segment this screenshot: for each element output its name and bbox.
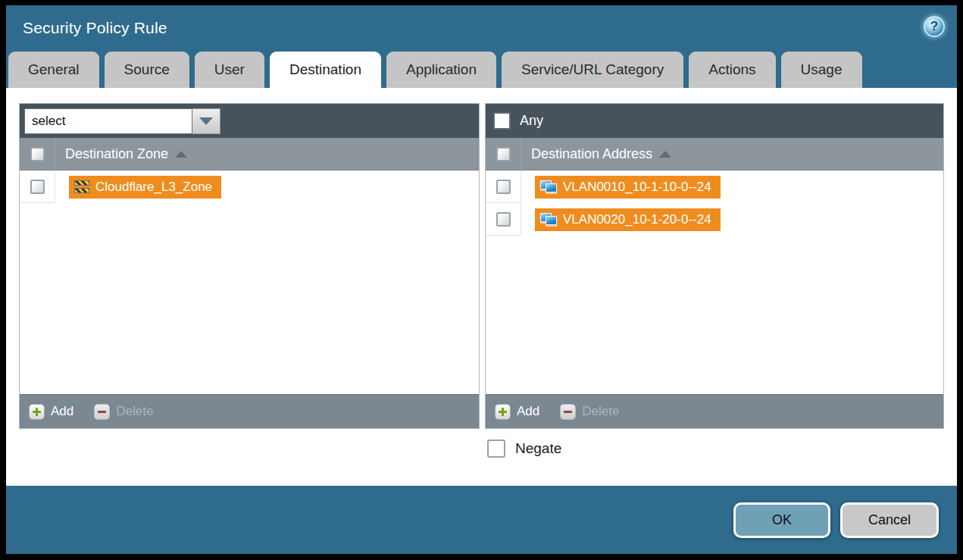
any-checkbox[interactable] — [493, 112, 511, 130]
any-control: Any — [490, 112, 543, 130]
tab-label: Service/URL Category — [521, 61, 664, 78]
dialog-footer: OK Cancel — [6, 486, 957, 554]
tab-service-url-category[interactable]: Service/URL Category — [502, 52, 683, 88]
zone-panel-toolbar — [20, 104, 479, 138]
object-label: Cloudflare_L3_Zone — [95, 180, 212, 195]
zone-icon — [74, 181, 89, 192]
zone-add-button[interactable]: Add — [29, 404, 73, 420]
row-checkbox[interactable] — [496, 180, 511, 194]
address-delete-label: Delete — [582, 404, 619, 419]
tab-application[interactable]: Application — [386, 52, 496, 88]
zone-filter-dropdown-button[interactable] — [192, 108, 220, 134]
plus-icon — [29, 404, 45, 420]
list-item: VLAN0020_10-1-20-0--24 — [486, 203, 943, 236]
tab-bar: General Source User Destination Applicat… — [6, 51, 957, 88]
tab-destination[interactable]: Destination — [270, 52, 381, 88]
ok-button[interactable]: OK — [733, 502, 830, 538]
negate-control: Negate — [487, 440, 944, 458]
zone-select-all-checkbox[interactable] — [30, 147, 45, 161]
any-label: Any — [520, 113, 543, 129]
zone-filter-combobox — [24, 108, 220, 134]
negate-label: Negate — [515, 440, 561, 457]
minus-icon — [94, 404, 110, 420]
tab-label: Source — [124, 61, 170, 78]
negate-checkbox[interactable] — [487, 440, 505, 458]
zone-sort-control[interactable]: Destination Zone — [65, 146, 187, 162]
zone-column-header: Destination Zone — [20, 138, 479, 171]
tab-usage[interactable]: Usage — [781, 52, 862, 88]
minus-icon — [560, 404, 576, 420]
tab-general[interactable]: General — [8, 52, 99, 88]
zone-column-label: Destination Zone — [65, 146, 168, 162]
address-panel-toolbar: Any — [486, 104, 943, 138]
item-vlan0020-10-1-20-0-24[interactable]: VLAN0020_10-1-20-0--24 — [535, 208, 721, 231]
row-checkbox-cell — [486, 171, 521, 203]
content-area: Destination Zone Cloudflare_L3_Zone Add — [6, 88, 957, 486]
object-label: VLAN0020_10-1-20-0--24 — [563, 212, 711, 227]
tab-label: User — [214, 61, 245, 78]
tab-label: Application — [406, 61, 477, 78]
destination-address-panel: Any Destination Address — [485, 103, 944, 429]
panels: Destination Zone Cloudflare_L3_Zone Add — [19, 103, 944, 429]
chevron-down-icon — [199, 117, 213, 125]
address-delete-button[interactable]: Delete — [560, 404, 619, 420]
titlebar: Security Policy Rule — [6, 5, 957, 51]
address-select-all-cell — [486, 138, 521, 170]
sort-ascending-icon — [175, 151, 187, 158]
tab-label: Actions — [708, 61, 755, 78]
zone-filter-input[interactable] — [24, 108, 192, 134]
row-checkbox[interactable] — [496, 212, 511, 227]
zone-panel-footer: Add Delete — [20, 394, 479, 428]
object-label: VLAN0010_10-1-10-0--24 — [563, 180, 711, 195]
sort-ascending-icon — [659, 151, 671, 158]
help-icon[interactable]: ? — [924, 16, 945, 37]
security-policy-rule-dialog: Security Policy Rule ? General Source Us… — [0, 0, 963, 560]
destination-zone-panel: Destination Zone Cloudflare_L3_Zone Add — [19, 103, 480, 429]
address-select-all-checkbox[interactable] — [496, 147, 511, 161]
page-title: Security Policy Rule — [23, 19, 167, 37]
row-checkbox-cell — [486, 203, 521, 236]
tab-source[interactable]: Source — [105, 52, 189, 88]
plus-icon — [495, 404, 511, 420]
list-item: VLAN0010_10-1-10-0--24 — [486, 171, 943, 203]
row-checkbox-cell — [20, 171, 55, 203]
address-column-label: Destination Address — [531, 146, 652, 162]
address-add-label: Add — [517, 404, 539, 419]
tab-label: Usage — [801, 61, 843, 78]
row-checkbox[interactable] — [30, 180, 45, 194]
tab-label: General — [28, 61, 80, 78]
dialog-body: Security Policy Rule ? General Source Us… — [6, 5, 957, 554]
tab-label: Destination — [289, 61, 361, 78]
tab-actions[interactable]: Actions — [689, 52, 775, 88]
list-item: Cloudflare_L3_Zone — [20, 171, 479, 203]
zone-select-all-cell — [20, 138, 55, 170]
address-list: VLAN0010_10-1-10-0--24 VLAN0020_10-1-20-… — [486, 171, 943, 394]
address-column-header: Destination Address — [486, 138, 943, 171]
item-vlan0010-10-1-10-0-24[interactable]: VLAN0010_10-1-10-0--24 — [535, 176, 721, 199]
cancel-button[interactable]: Cancel — [840, 502, 939, 538]
address-panel-footer: Add Delete — [486, 394, 943, 428]
address-add-button[interactable]: Add — [495, 404, 539, 420]
address-sort-control[interactable]: Destination Address — [531, 146, 671, 162]
zone-list: Cloudflare_L3_Zone — [20, 171, 479, 394]
network-icon — [540, 213, 557, 226]
tab-user[interactable]: User — [195, 52, 264, 88]
network-icon — [540, 180, 557, 193]
zone-delete-label: Delete — [116, 404, 153, 419]
item-cloudflare-l3-zone[interactable]: Cloudflare_L3_Zone — [69, 176, 221, 199]
zone-add-label: Add — [51, 404, 73, 419]
zone-delete-button[interactable]: Delete — [94, 404, 153, 420]
